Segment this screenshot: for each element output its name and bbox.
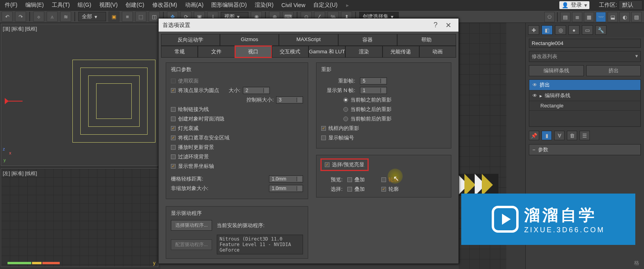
chk-light-atten[interactable] (171, 126, 176, 131)
radio-ghost-after[interactable] (343, 107, 348, 112)
schematic-icon[interactable]: ⬓ (608, 12, 618, 22)
curve-editor-icon[interactable]: 〰 (596, 12, 606, 22)
layers-icon[interactable]: ≣ (572, 12, 582, 22)
radio-ghost-before[interactable] (343, 98, 348, 102)
panel-motion-icon[interactable]: ● (568, 25, 580, 35)
chk-backface[interactable] (171, 117, 176, 121)
visibility-icon[interactable]: 👁 (532, 82, 537, 88)
redo-icon[interactable]: ↷ (15, 11, 26, 22)
close-button[interactable]: ✕ (442, 21, 455, 30)
chk-frame-num[interactable] (321, 135, 326, 140)
btn-extrude[interactable]: 挤出 (586, 65, 641, 76)
chk-update-bg[interactable] (171, 145, 176, 150)
workspace-selector[interactable]: 默认 (619, 0, 642, 10)
panel-display-icon[interactable]: ▭ (582, 25, 593, 35)
tab-radiosity[interactable]: 光能传递 (383, 46, 419, 58)
chevron-down-icon: ▾ (584, 2, 587, 8)
configure-sets-icon[interactable]: ☰ (580, 131, 590, 140)
panel-utilities-icon[interactable]: 🔧 (595, 25, 606, 35)
unlink-icon[interactable]: ⟑ (47, 11, 58, 22)
expand-icon[interactable]: ▸ (540, 93, 542, 99)
undo-icon[interactable]: ↶ (2, 11, 13, 22)
menu-animation[interactable]: 动画(A) (182, 1, 207, 9)
tab-viewports[interactable]: 视口 (235, 46, 272, 58)
login-dropdown[interactable]: 👤 登录 ▾ (559, 1, 589, 9)
chk-vertex-dots[interactable] (171, 88, 176, 93)
render-setup-icon[interactable]: ▨ (631, 12, 642, 22)
chk-preview-overlay[interactable] (347, 177, 352, 182)
selection-filter[interactable]: 全部▾ (78, 12, 106, 21)
spin-handle-size[interactable]: 3 (276, 96, 303, 103)
menu-create[interactable]: 创建(C) (122, 1, 147, 9)
pin-stack-icon[interactable]: 📌 (529, 131, 539, 140)
spin-ghost-frames[interactable]: 5 (360, 77, 387, 85)
menu-customize[interactable]: 自定义(U) (310, 1, 341, 9)
layer-explorer-icon[interactable]: ▦ (584, 12, 594, 22)
modifier-stack[interactable]: 👁 挤出 👁 ▸ 编辑样条线 Rectangle (529, 79, 641, 127)
make-unique-icon[interactable]: ∀ (554, 131, 564, 140)
chk-two-sided[interactable] (171, 79, 176, 83)
tab-files[interactable]: 文件 (198, 46, 235, 58)
radio-ghost-both[interactable] (343, 117, 348, 121)
tab-animation[interactable]: 动画 (419, 46, 456, 58)
viewport-top[interactable]: [顶] [标准] [线框] y x z (1, 24, 158, 166)
tab-containers[interactable]: 容器 (338, 34, 397, 46)
menu-modifiers[interactable]: 修改器(M) (149, 1, 180, 9)
tab-help[interactable]: 帮助 (397, 34, 456, 46)
chk-filter-env[interactable] (171, 154, 176, 159)
select-name-icon[interactable]: ≡ (122, 11, 133, 22)
panel-create-icon[interactable]: ✚ (528, 25, 539, 35)
bind-icon[interactable]: ≋ (60, 11, 71, 22)
chk-selection-highlight[interactable] (325, 162, 330, 167)
visibility-icon[interactable]: 👁 (532, 93, 537, 98)
show-end-result-icon[interactable]: ▮ (542, 131, 552, 140)
spin-size[interactable]: 2 (243, 87, 270, 94)
select-object-icon[interactable]: ▣ (108, 11, 119, 22)
object-name-input[interactable] (529, 39, 641, 48)
stack-item-extrude[interactable]: 👁 挤出 (529, 80, 640, 90)
tab-ik[interactable]: 反向运动学 (161, 34, 220, 46)
align-icon[interactable]: ▤ (560, 12, 570, 22)
spin-show-nth[interactable]: 1 (360, 87, 387, 94)
menu-graph-editors[interactable]: 图形编辑器(D) (208, 1, 250, 9)
link-icon[interactable]: ⟐ (33, 11, 44, 22)
select-region-icon[interactable]: ⬚ (135, 11, 146, 22)
remove-modifier-icon[interactable]: 🗑 (567, 131, 577, 140)
tab-maxscript[interactable]: MAXScript (279, 34, 338, 46)
viewport-left[interactable]: [左] [标准] [线框] y (1, 168, 158, 267)
menu-civil-view[interactable]: Civil View (278, 1, 308, 9)
menu-tools[interactable]: 工具(T) (49, 1, 73, 9)
chk-preview-outline[interactable] (381, 177, 386, 182)
menu-file[interactable]: 件(F) (2, 1, 21, 9)
spin-nonscale[interactable]: 1.0mm (269, 185, 303, 192)
chk-select-overlay[interactable] (347, 187, 352, 192)
help-button[interactable]: ? (429, 21, 442, 29)
spin-grid-nudge[interactable]: 1.0mm (269, 175, 303, 182)
tab-interaction[interactable]: 交互模式 (272, 46, 309, 58)
panel-hierarchy-icon[interactable]: ◎ (555, 25, 566, 35)
btn-edit-spline[interactable]: 编辑样条线 (529, 65, 584, 76)
modifier-list-dropdown[interactable]: 修改器列表▾ (529, 51, 641, 62)
chk-safe-frame[interactable] (171, 135, 176, 140)
menu-group[interactable]: 组(G) (74, 1, 94, 9)
menu-views[interactable]: 视图(V) (96, 1, 121, 9)
panel-bottom-label: 格 (526, 257, 644, 269)
tab-gizmos[interactable]: Gizmos (220, 34, 279, 46)
tab-render[interactable]: 渲染 (345, 46, 382, 58)
chk-draw-links[interactable] (171, 107, 176, 112)
chk-world-axis[interactable] (171, 164, 176, 169)
menu-render[interactable]: 渲染(R) (252, 1, 277, 9)
btn-config-driver[interactable]: 配置驱动程序... (171, 239, 212, 250)
stack-item-edit-spline[interactable]: 👁 ▸ 编辑样条线 (529, 90, 640, 101)
menu-edit[interactable]: 编辑(E) (22, 1, 47, 9)
rollout-params[interactable]: −参数 (529, 145, 640, 155)
panel-modify-icon[interactable]: ◧ (542, 25, 553, 35)
tab-gamma[interactable]: Gamma 和 LUT (309, 46, 345, 58)
btn-choose-driver[interactable]: 选择驱动程序... (171, 220, 212, 231)
material-icon[interactable]: ◐ (619, 12, 630, 22)
stack-item-rectangle[interactable]: Rectangle (529, 101, 640, 111)
chk-ghost-wire[interactable] (321, 126, 326, 131)
mirror-icon[interactable]: ⦵ (544, 12, 555, 22)
chk-select-outline[interactable] (381, 187, 386, 192)
tab-general[interactable]: 常规 (161, 46, 198, 58)
